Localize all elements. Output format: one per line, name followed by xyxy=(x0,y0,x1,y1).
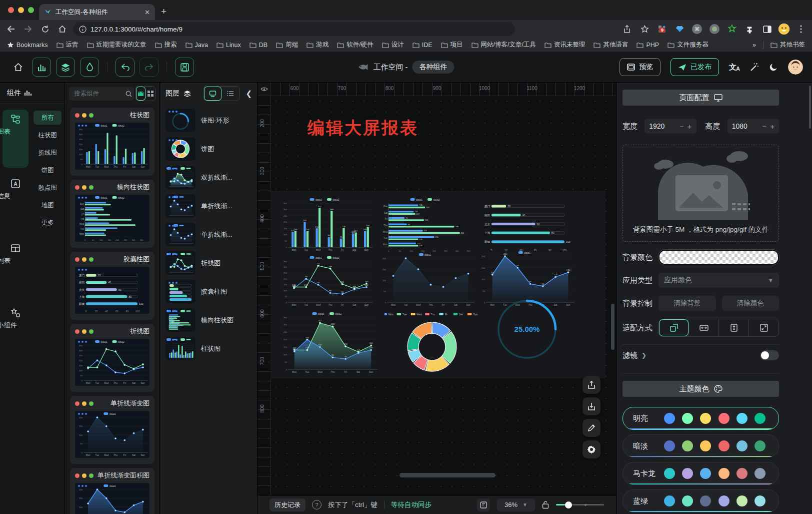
canvas-chart-horizontal-bar[interactable]: 050100150200250300350120130Mon200130Tue1… xyxy=(378,197,476,253)
bookmark-item[interactable]: DB xyxy=(250,41,268,49)
bookmark-item[interactable]: 网站/博客/文章/工具 xyxy=(472,41,536,49)
detail-panel-icon[interactable] xyxy=(477,498,490,511)
magic-wand-icon[interactable] xyxy=(750,63,759,72)
component-card[interactable]: 单折线渐变面积图050100150200MonTueWedThuFriSatSu… xyxy=(70,468,154,514)
import-button[interactable] xyxy=(582,397,600,415)
history-button[interactable]: 历史记录 xyxy=(270,498,306,511)
bookmark-item[interactable]: 搜索 xyxy=(155,41,177,49)
bg-color-swatch[interactable] xyxy=(658,250,779,265)
category-item[interactable]: 柱状图 xyxy=(34,128,62,142)
fit-scale-button[interactable] xyxy=(659,319,688,336)
url-bar[interactable]: 127.0.0.1:3000/#/chart/home/9 xyxy=(73,22,515,36)
dark-mode-moon-icon[interactable] xyxy=(769,63,778,72)
bookmark-star-icon[interactable] xyxy=(638,23,650,35)
green-star-extension-icon[interactable] xyxy=(726,23,738,35)
canvas-chart-pie[interactable]: MonTueWedThuFriSatSun xyxy=(384,311,480,375)
canvas-grid[interactable]: 编辑大屏报表 050100150200250300350MonTueWedThu… xyxy=(270,96,616,495)
bookmark-item[interactable]: 项目 xyxy=(441,41,463,49)
back-icon[interactable] xyxy=(5,23,17,35)
preview-button[interactable]: 预览 xyxy=(620,58,660,76)
bookmark-item[interactable]: 游戏 xyxy=(306,41,328,49)
canvas-chart-gradient-line[interactable]: 050100150200MonTueWedThuFriSatSundata1 xyxy=(378,252,476,308)
bookmark-item[interactable]: Linux xyxy=(216,41,241,49)
app-home-button[interactable] xyxy=(9,58,27,76)
sidebar-item-chart[interactable]: 图表 xyxy=(2,110,28,168)
sidebar-item-widget[interactable]: 小组件 xyxy=(2,303,28,361)
layer-item[interactable]: 单折线渐... xyxy=(166,194,252,218)
layer-item[interactable]: 饼图-环形 xyxy=(166,109,252,132)
publish-button[interactable]: 已发布 xyxy=(670,58,719,76)
layers-list-view-toggle[interactable] xyxy=(222,87,239,101)
bookmark-item[interactable]: Java xyxy=(186,41,208,49)
layer-item[interactable]: 双折线渐... xyxy=(166,166,252,189)
theme-row-蓝绿[interactable]: 蓝绿 xyxy=(622,489,779,512)
bookmark-item[interactable]: 设计 xyxy=(382,41,404,49)
background-upload-dropzone[interactable]: 背景图需小于 5M ，格式为 png/jpg/gif 的文件 xyxy=(622,145,779,242)
increment-icon[interactable]: + xyxy=(770,122,774,131)
fit-width-button[interactable] xyxy=(688,319,718,336)
width-input[interactable]: 1920−+ xyxy=(644,119,696,134)
component-card[interactable]: 折线图050100150200250300350MonTueWedThuFriS… xyxy=(70,324,154,392)
collapse-panel-icon[interactable]: ❮ xyxy=(246,89,252,98)
horizontal-scrollbar[interactable] xyxy=(400,473,496,477)
minimize-window-button[interactable] xyxy=(18,7,24,13)
layer-item[interactable]: 横向柱状图 xyxy=(166,308,252,332)
canvas-chart-bar[interactable]: 050100150200250300350MonTueWedThuFriSatS… xyxy=(280,197,374,253)
dashboard-preview[interactable]: 050100150200250300350MonTueWedThuFriSatS… xyxy=(270,191,606,378)
eye-icon[interactable] xyxy=(258,83,271,96)
other-bookmarks[interactable]: 其他书签 xyxy=(770,41,805,49)
bookmarks-overflow[interactable]: » xyxy=(752,42,756,49)
component-card[interactable]: 胶囊柱图厦门20南阳40北京60上海80新疆100020406080100 xyxy=(70,252,154,320)
sidebar-item-table[interactable]: 列表 xyxy=(2,239,28,297)
sidebar-item-info[interactable]: A信息 xyxy=(2,174,28,232)
theme-row-暗淡[interactable]: 暗淡 xyxy=(622,434,779,457)
settings-gear-icon[interactable] xyxy=(582,440,600,458)
bookmark-item[interactable]: 近期需要读的文章 xyxy=(87,41,146,49)
help-icon[interactable]: ? xyxy=(312,500,322,509)
zoom-select[interactable]: 36%▼ xyxy=(497,498,535,511)
undo-button[interactable] xyxy=(116,58,134,77)
view-grid-toggle[interactable] xyxy=(146,87,155,101)
language-icon[interactable]: 文A xyxy=(729,63,740,72)
canvas-chart-double-area[interactable]: 050100150200250300350MonTueWedThuFriSatS… xyxy=(280,311,380,375)
zoom-slider[interactable] xyxy=(556,501,604,508)
vertical-scrollbar[interactable] xyxy=(611,304,614,350)
toggle-layers-panel-button[interactable] xyxy=(56,58,75,77)
category-item[interactable]: 地图 xyxy=(34,198,62,212)
page-title[interactable]: 编辑大屏报表 xyxy=(308,117,418,140)
forward-icon[interactable] xyxy=(22,23,34,35)
theme-row-明亮[interactable]: 明亮 xyxy=(622,407,779,430)
category-item[interactable]: 所有 xyxy=(34,111,62,125)
canvas-chart-line[interactable]: 050100150200250300350MonTueWedThuFriSatS… xyxy=(280,255,374,308)
layer-item[interactable]: 胶囊柱图 xyxy=(166,280,252,303)
browser-profile-avatar[interactable] xyxy=(778,24,790,35)
bookmark-item[interactable]: IDE xyxy=(412,41,432,49)
slider-knob[interactable] xyxy=(565,501,572,508)
component-card[interactable]: 横向柱状图050100150200250300350MonTueWedThuFr… xyxy=(70,180,154,248)
maximize-window-button[interactable] xyxy=(28,7,34,13)
bookmark-item[interactable]: PHP xyxy=(636,41,659,49)
project-name-pill[interactable]: 各种组件 xyxy=(412,61,454,74)
layer-item[interactable]: 柱状图 xyxy=(166,337,252,360)
component-card[interactable]: 柱状图050100150200250300350MonTueWedThuFriS… xyxy=(70,108,154,176)
bookmark-item[interactable]: 资讯未整理 xyxy=(544,41,586,49)
category-item[interactable]: 散点图 xyxy=(34,181,62,195)
puzzle-extension-icon[interactable] xyxy=(744,23,756,35)
command-extension-icon[interactable]: ⌘ xyxy=(691,23,703,35)
bookmark-item[interactable]: 前端 xyxy=(276,41,298,49)
category-item[interactable]: 更多 xyxy=(34,216,62,230)
layer-item[interactable]: 折线图 xyxy=(166,251,252,275)
fit-stretch-button[interactable] xyxy=(748,319,778,336)
browser-menu-icon[interactable] xyxy=(795,23,807,35)
lock-icon[interactable] xyxy=(542,500,549,509)
bookmark-item[interactable]: 软件/硬件 xyxy=(337,41,373,49)
chevron-right-icon[interactable]: ❯ xyxy=(642,352,646,359)
circle-extension-icon[interactable] xyxy=(708,23,720,35)
user-avatar[interactable] xyxy=(788,60,803,75)
toggle-config-panel-button[interactable] xyxy=(80,58,99,77)
canvas-chart-capsule[interactable]: 厦门20南阳40北京60上海80新疆100020406080100 xyxy=(480,197,576,253)
bookmark-item[interactable]: 运营 xyxy=(56,41,78,49)
height-input[interactable]: 1080−+ xyxy=(728,119,779,134)
canvas-area[interactable]: 6007008009001000110012001300 20030040050… xyxy=(258,83,616,514)
reload-icon[interactable] xyxy=(39,23,51,35)
